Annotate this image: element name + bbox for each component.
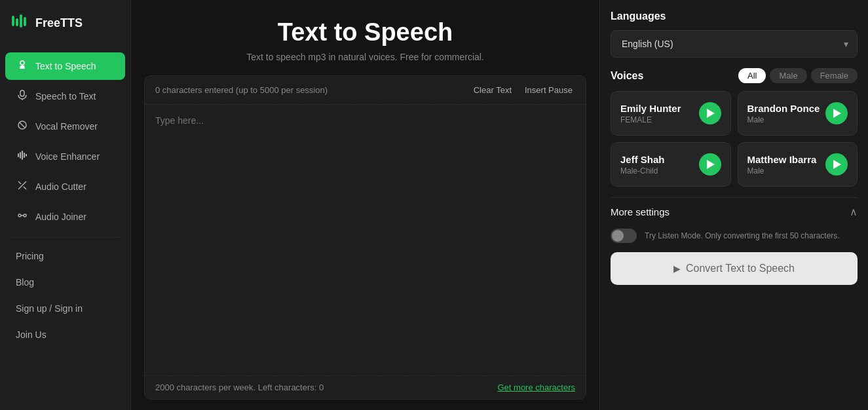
svg-rect-12	[24, 153, 25, 158]
sidebar-label-joiner: Audio Joiner	[35, 212, 86, 222]
sidebar-item-audio-cutter[interactable]: Audio Cutter	[5, 173, 125, 200]
filter-female-button[interactable]: Female	[811, 68, 858, 83]
play-icon-emily	[706, 109, 715, 118]
clear-text-button[interactable]: Clear Text	[471, 84, 514, 96]
filter-all-button[interactable]: All	[738, 68, 766, 83]
text-panel-header: 0 characters entered (up to 5000 per ses…	[145, 76, 586, 105]
convert-button[interactable]: ▶ Convert Text to Speech	[611, 252, 858, 285]
sidebar-item-blog[interactable]: Blog	[5, 270, 125, 294]
text-panel: 0 characters entered (up to 5000 per ses…	[144, 75, 586, 400]
footer-chars: 2000 characters per week. Left character…	[155, 382, 324, 392]
voice-info-emily: Emily Hunter FEMALE	[620, 103, 681, 124]
sidebar-label-tts: Text to Speech	[35, 61, 96, 71]
play-brandon-button[interactable]	[825, 102, 848, 124]
svg-marker-23	[833, 160, 841, 169]
svg-marker-21	[833, 109, 841, 118]
svg-point-17	[18, 214, 21, 217]
voice-name-emily: Emily Hunter	[620, 103, 681, 114]
blog-label: Blog	[16, 277, 34, 288]
voice-name-matthew: Matthew Ibarra	[747, 154, 817, 165]
sidebar-item-pricing[interactable]: Pricing	[5, 244, 125, 268]
voice-card-brandon[interactable]: Brandon Ponce Male	[738, 91, 858, 136]
chevron-up-icon: ∧	[850, 206, 858, 218]
play-icon-brandon	[833, 109, 842, 118]
language-select-wrapper: English (US) English (UK) Spanish French…	[611, 30, 858, 58]
voice-info-matthew: Matthew Ibarra Male	[747, 154, 817, 176]
insert-pause-button[interactable]: Insert Pause	[522, 84, 575, 96]
voices-header: Voices All Male Female	[611, 68, 858, 83]
convert-play-icon: ▶	[673, 263, 681, 274]
page-title: Text to Speech	[144, 18, 586, 47]
sidebar-item-voice-enhancer[interactable]: Voice Enhancer	[5, 143, 125, 170]
listen-mode-row: Try Listen Mode. Only converting the fir…	[611, 223, 858, 252]
audio-joiner-icon	[16, 210, 29, 223]
svg-rect-1	[16, 18, 18, 26]
listen-mode-toggle[interactable]	[611, 229, 637, 243]
svg-marker-22	[707, 160, 715, 169]
main-content: Text to Speech Text to speech mp3 in nat…	[131, 0, 599, 410]
voice-card-emily[interactable]: Emily Hunter FEMALE	[611, 91, 731, 136]
sidebar-divider	[10, 237, 120, 238]
voices-title: Voices	[611, 70, 643, 82]
sidebar-label-vocal: Vocal Remover	[35, 121, 98, 132]
audio-cutter-icon	[16, 180, 29, 193]
join-label: Join Us	[16, 329, 47, 340]
sidebar-label-cutter: Audio Cutter	[35, 181, 86, 192]
voice-gender-matthew: Male	[747, 166, 817, 176]
convert-label: Convert Text to Speech	[686, 263, 795, 274]
language-select[interactable]: English (US) English (UK) Spanish French…	[611, 30, 858, 58]
voice-name-brandon: Brandon Ponce	[747, 103, 820, 114]
sidebar-item-text-to-speech[interactable]: Text to Speech	[5, 52, 125, 80]
main-header: Text to Speech Text to speech mp3 in nat…	[131, 0, 599, 75]
sidebar-item-vocal-remover[interactable]: Vocal Remover	[5, 113, 125, 140]
voice-card-matthew[interactable]: Matthew Ibarra Male	[738, 142, 858, 187]
play-jeff-button[interactable]	[699, 153, 721, 176]
pricing-label: Pricing	[16, 251, 44, 261]
more-settings-header[interactable]: More settings ∧	[611, 197, 858, 223]
filter-male-button[interactable]: Male	[770, 68, 806, 83]
voices-grid: Emily Hunter FEMALE Brandon Ponce Male J…	[611, 91, 858, 187]
voice-info-brandon: Brandon Ponce Male	[747, 103, 820, 124]
voice-gender-brandon: Male	[747, 115, 820, 124]
text-to-speech-icon	[16, 60, 29, 73]
sidebar-item-signin[interactable]: Sign up / Sign in	[5, 297, 125, 320]
sidebar-item-speech-to-text[interactable]: Speech to Text	[5, 83, 125, 110]
toggle-knob	[612, 230, 624, 242]
svg-point-18	[24, 214, 26, 217]
svg-rect-13	[26, 154, 27, 157]
voice-gender-emily: FEMALE	[620, 115, 681, 124]
voice-filters: All Male Female	[738, 68, 858, 83]
svg-point-4	[20, 61, 24, 65]
play-matthew-button[interactable]	[825, 153, 848, 176]
svg-line-16	[24, 187, 26, 189]
sidebar-item-audio-joiner[interactable]: Audio Joiner	[5, 203, 125, 231]
languages-title: Languages	[611, 10, 858, 22]
right-panel: Languages English (US) English (UK) Span…	[599, 0, 868, 410]
char-count: 0 characters entered (up to 5000 per ses…	[155, 85, 328, 95]
play-icon-jeff	[706, 160, 715, 169]
play-icon-matthew	[833, 160, 842, 169]
text-actions: Clear Text Insert Pause	[471, 84, 575, 96]
play-emily-button[interactable]	[699, 102, 721, 124]
speech-to-text-icon	[16, 90, 29, 103]
logo-text: FreeTTS	[35, 16, 83, 30]
listen-mode-text: Try Listen Mode. Only converting the fir…	[645, 231, 840, 242]
sidebar-nav: Text to Speech Speech to Text Vocal Remo…	[0, 46, 130, 410]
voice-gender-jeff: Male-Child	[620, 166, 665, 176]
svg-rect-0	[12, 16, 14, 26]
svg-line-15	[18, 181, 21, 184]
svg-marker-20	[707, 109, 715, 118]
signin-label: Sign up / Sign in	[16, 303, 83, 314]
sidebar-item-join[interactable]: Join Us	[5, 323, 125, 346]
get-more-link[interactable]: Get more characters	[498, 382, 576, 392]
svg-rect-5	[20, 90, 24, 96]
text-input[interactable]	[145, 105, 586, 375]
svg-rect-2	[20, 14, 22, 28]
svg-rect-3	[24, 17, 26, 26]
sidebar-label-enhancer: Voice Enhancer	[35, 151, 100, 162]
svg-rect-11	[22, 151, 23, 160]
voice-card-jeff[interactable]: Jeff Shah Male-Child	[611, 142, 731, 187]
sidebar: FreeTTS Text to Speech Speech to Text	[0, 0, 131, 410]
vocal-remover-icon	[16, 120, 29, 133]
logo-area[interactable]: FreeTTS	[0, 0, 130, 46]
